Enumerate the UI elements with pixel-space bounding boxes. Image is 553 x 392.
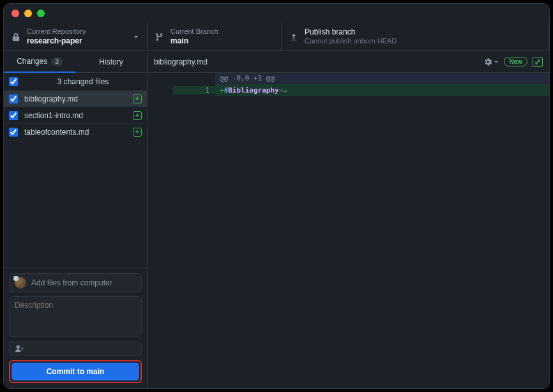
- avatar: [15, 277, 26, 289]
- tab-history[interactable]: History: [75, 51, 147, 73]
- diff-filename: bibliography.md: [154, 57, 478, 66]
- changed-file-list: bibliography.md + section1-intro.md + ta…: [4, 91, 147, 268]
- file-name: bibliography.md: [24, 94, 126, 103]
- commit-description-input[interactable]: [9, 296, 142, 337]
- diff-code: +# Bibliography⏎↵: [215, 84, 549, 96]
- hunk-info: @@ -0,0 +1 @@: [215, 73, 549, 84]
- add-coauthor-button[interactable]: [9, 341, 142, 356]
- branch-name: main: [170, 36, 218, 46]
- chevron-down-icon: [133, 34, 139, 40]
- main-area: Changes 3 History 3 changed files biblio…: [4, 51, 549, 388]
- upload-icon: [289, 33, 298, 41]
- added-icon: +: [133, 128, 142, 137]
- file-name: tableofcontents.md: [24, 128, 126, 137]
- titlebar: [4, 4, 549, 23]
- commit-button-highlight: Commit to main: [9, 360, 142, 383]
- commit-button[interactable]: Commit to main: [11, 363, 139, 381]
- sidebar-tabs: Changes 3 History: [4, 51, 147, 73]
- minimize-window-button[interactable]: [24, 10, 32, 17]
- branch-label: Current Branch: [170, 27, 218, 36]
- publish-subtitle: Cannot publish unborn HEAD: [305, 37, 397, 46]
- commit-button-prefix: Commit to: [47, 367, 87, 376]
- diff-content-text: Bibliography: [228, 86, 278, 94]
- diff-header: bibliography.md New ⤢: [148, 51, 549, 73]
- current-repository-dropdown[interactable]: Current Repository research-paper: [4, 23, 148, 50]
- file-row[interactable]: tableofcontents.md +: [4, 124, 147, 140]
- toolbar: Current Repository research-paper Curren…: [4, 23, 549, 51]
- git-branch-icon: [155, 33, 164, 41]
- changes-count-badge: 3: [51, 57, 63, 66]
- diff-markdown-heading: #: [224, 86, 229, 94]
- publish-branch-button[interactable]: Publish branch Cannot publish unborn HEA…: [282, 23, 549, 50]
- traffic-lights: [11, 10, 45, 17]
- tab-changes-label: Changes: [17, 57, 47, 66]
- tab-history-label: History: [99, 57, 123, 66]
- commit-form: Commit to main: [4, 268, 147, 388]
- file-name: section1-intro.md: [24, 111, 126, 120]
- file-row[interactable]: bibliography.md +: [4, 91, 147, 107]
- commit-summary-input[interactable]: [31, 278, 136, 287]
- close-window-button[interactable]: [11, 10, 19, 17]
- file-checkbox[interactable]: [9, 128, 18, 137]
- person-add-icon: [15, 344, 24, 353]
- select-all-checkbox[interactable]: [9, 77, 18, 86]
- whitespace-indicator-icon: ⏎↵: [279, 86, 287, 94]
- added-icon: +: [133, 111, 142, 120]
- diff-settings-button[interactable]: [483, 57, 499, 66]
- commit-summary-row: [9, 273, 142, 292]
- diff-plus-marker: +: [220, 86, 224, 94]
- maximize-window-button[interactable]: [37, 10, 45, 17]
- lock-icon: [11, 33, 20, 41]
- file-checkbox[interactable]: [9, 111, 18, 120]
- expand-diff-button[interactable]: ⤢: [533, 57, 543, 67]
- repo-name: research-paper: [27, 36, 86, 46]
- added-icon: +: [133, 94, 142, 103]
- sidebar: Changes 3 History 3 changed files biblio…: [4, 51, 148, 388]
- changed-files-count: 3 changed files: [24, 77, 142, 86]
- file-row[interactable]: section1-intro.md +: [4, 107, 147, 124]
- file-checkbox[interactable]: [9, 94, 18, 103]
- diff-pane: bibliography.md New ⤢ @@ -0,0 +1 @@ 1 +#…: [148, 51, 549, 388]
- new-file-badge: New: [504, 57, 527, 66]
- app-window: Current Repository research-paper Curren…: [3, 3, 550, 389]
- diff-line[interactable]: 1 +# Bibliography⏎↵: [148, 84, 549, 96]
- diff-hunk-header: @@ -0,0 +1 @@: [148, 73, 549, 84]
- commit-button-branch: main: [86, 367, 104, 376]
- line-number: 1: [173, 86, 215, 94]
- tab-changes[interactable]: Changes 3: [4, 51, 75, 73]
- repo-label: Current Repository: [27, 27, 86, 36]
- publish-label: Publish branch: [305, 27, 397, 37]
- changed-files-header: 3 changed files: [4, 73, 147, 91]
- current-branch-dropdown[interactable]: Current Branch main: [148, 23, 282, 50]
